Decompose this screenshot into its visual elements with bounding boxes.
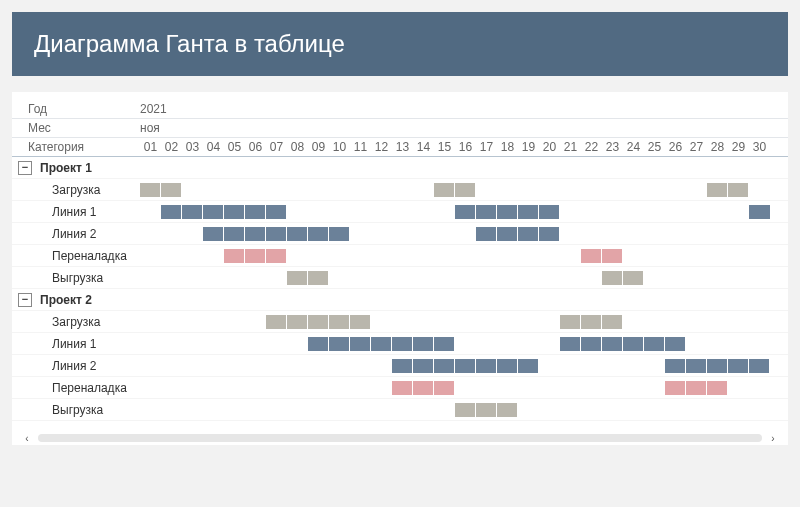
month-label: Мес: [12, 121, 140, 135]
gantt-rows: −Проект 1ЗагрузкаЛиния 1Линия 2Переналад…: [12, 157, 788, 421]
day-header: 26: [665, 140, 686, 154]
task-row: Загрузка: [12, 311, 788, 333]
task-row: Переналадка: [12, 377, 788, 399]
day-header: 21: [560, 140, 581, 154]
task-row: Линия 1: [12, 333, 788, 355]
gantt-bar: [392, 381, 455, 395]
task-name: Переналадка: [52, 249, 127, 263]
year-label: Год: [12, 102, 140, 116]
gantt-bar-track: [140, 159, 770, 177]
gantt-bar-track: [140, 379, 770, 397]
gantt-bar-track: [140, 225, 770, 243]
task-row: Выгрузка: [12, 399, 788, 421]
gantt-bar: [308, 337, 455, 351]
gantt-bar-track: [140, 269, 770, 287]
day-header: 24: [623, 140, 644, 154]
gantt-card: Год 2021 Мес ноя Категория 0102030405060…: [12, 92, 788, 445]
day-header: 12: [371, 140, 392, 154]
gantt-bar: [434, 183, 476, 197]
gantt-bar: [665, 359, 770, 373]
header-year-row: Год 2021: [12, 100, 788, 119]
gantt-bar-track: [140, 247, 770, 265]
gantt-bar: [455, 403, 518, 417]
task-row: Загрузка: [12, 179, 788, 201]
day-header: 18: [497, 140, 518, 154]
gantt-bar-track: [140, 291, 770, 309]
task-name: Выгрузка: [52, 403, 103, 417]
gantt-bar-track: [140, 357, 770, 375]
header-days-row: Категория 010203040506070809101112131415…: [12, 138, 788, 157]
task-name: Линия 1: [52, 337, 96, 351]
task-name: Линия 2: [52, 359, 96, 373]
day-header: 29: [728, 140, 749, 154]
day-header: 25: [644, 140, 665, 154]
day-header: 30: [749, 140, 770, 154]
horizontal-scrollbar[interactable]: ‹ ›: [20, 431, 780, 445]
gantt-bar: [266, 315, 371, 329]
project-row: −Проект 1: [12, 157, 788, 179]
page-title: Диаграмма Ганта в таблице: [12, 12, 788, 76]
gantt-bar: [224, 249, 287, 263]
day-header: 06: [245, 140, 266, 154]
gantt-bar-track: [140, 335, 770, 353]
task-row: Переналадка: [12, 245, 788, 267]
day-header: 04: [203, 140, 224, 154]
gantt-bar: [560, 315, 623, 329]
project-row: −Проект 2: [12, 289, 788, 311]
gantt-bar: [560, 337, 686, 351]
task-row: Линия 2: [12, 223, 788, 245]
task-row: Линия 1: [12, 201, 788, 223]
task-name: Линия 2: [52, 227, 96, 241]
day-header: 20: [539, 140, 560, 154]
gantt-bar: [581, 249, 623, 263]
project-name: Проект 2: [40, 293, 92, 307]
task-name: Переналадка: [52, 381, 127, 395]
header-month-row: Мес ноя: [12, 119, 788, 138]
day-header: 22: [581, 140, 602, 154]
gantt-bar: [392, 359, 539, 373]
gantt-bar: [665, 381, 728, 395]
gantt-bar: [203, 227, 350, 241]
day-header: 16: [455, 140, 476, 154]
gantt-bar: [602, 271, 644, 285]
day-header: 23: [602, 140, 623, 154]
day-header: 10: [329, 140, 350, 154]
day-header: 19: [518, 140, 539, 154]
day-header: 01: [140, 140, 161, 154]
day-header: 17: [476, 140, 497, 154]
day-header: 14: [413, 140, 434, 154]
scroll-left-icon[interactable]: ‹: [20, 431, 34, 445]
day-header: 07: [266, 140, 287, 154]
day-header: 28: [707, 140, 728, 154]
category-label: Категория: [12, 140, 140, 154]
day-header: 05: [224, 140, 245, 154]
task-name: Загрузка: [52, 315, 101, 329]
gantt-bar-track: [140, 313, 770, 331]
gantt-bar: [749, 205, 770, 219]
task-name: Линия 1: [52, 205, 96, 219]
gantt-bar: [707, 183, 749, 197]
scroll-right-icon[interactable]: ›: [766, 431, 780, 445]
task-name: Загрузка: [52, 183, 101, 197]
day-headers: 0102030405060708091011121314151617181920…: [140, 140, 770, 154]
collapse-icon[interactable]: −: [18, 293, 32, 307]
day-header: 03: [182, 140, 203, 154]
day-header: 02: [161, 140, 182, 154]
gantt-bar-track: [140, 401, 770, 419]
day-header: 27: [686, 140, 707, 154]
gantt-bar-track: [140, 181, 770, 199]
gantt-bar: [476, 227, 560, 241]
gantt-bar: [287, 271, 329, 285]
task-name: Выгрузка: [52, 271, 103, 285]
collapse-icon[interactable]: −: [18, 161, 32, 175]
day-header: 09: [308, 140, 329, 154]
project-name: Проект 1: [40, 161, 92, 175]
gantt-bar: [140, 183, 182, 197]
scroll-track[interactable]: [38, 434, 762, 442]
day-header: 11: [350, 140, 371, 154]
month-value: ноя: [140, 121, 160, 135]
gantt-bar: [455, 205, 560, 219]
day-header: 08: [287, 140, 308, 154]
gantt-bar-track: [140, 203, 770, 221]
task-row: Линия 2: [12, 355, 788, 377]
